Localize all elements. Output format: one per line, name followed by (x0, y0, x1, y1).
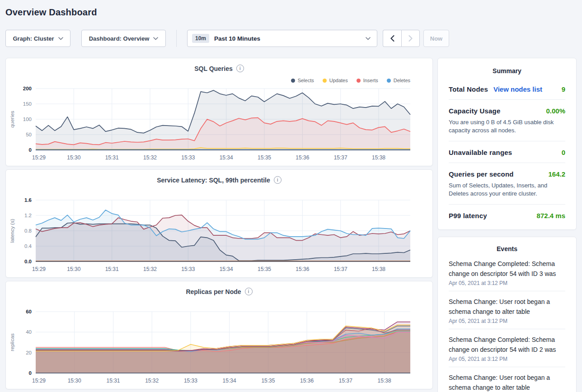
sidebar: Summary Total NodesView nodes list9Capac… (437, 58, 577, 392)
svg-text:15:31: 15:31 (105, 154, 119, 161)
event-item[interactable]: Schema Change: User root began a schema … (449, 291, 565, 329)
legend-label: Selects (298, 78, 314, 83)
svg-text:replicas: replicas (9, 333, 15, 351)
summary-row-value: 164.2 (548, 170, 565, 178)
time-next-button[interactable] (401, 30, 420, 47)
charts-column: SQL QueriesiSelectsUpdatesInsertsDeletes… (5, 58, 433, 389)
legend-dot (387, 79, 391, 83)
svg-text:15:38: 15:38 (372, 266, 385, 272)
chart-title: Service Latency: SQL, 99th percentile (157, 177, 270, 184)
svg-text:15:32: 15:32 (143, 266, 157, 272)
summary-row-label: Unavailable ranges (449, 149, 512, 156)
legend-spacer (6, 296, 432, 308)
info-icon[interactable]: i (236, 65, 244, 72)
toolbar: Graph: Cluster Dashboard: Overview 10m P… (5, 30, 577, 47)
svg-text:15:38: 15:38 (372, 154, 385, 161)
legend-label: Deletes (394, 78, 410, 83)
svg-text:15:30: 15:30 (67, 154, 80, 161)
legend-label: Inserts (363, 78, 378, 83)
legend-item-inserts: Inserts (357, 78, 378, 83)
summary-row-label: Total Nodes (449, 85, 488, 93)
view-nodes-list-link[interactable]: View nodes list (493, 85, 542, 93)
svg-text:15:37: 15:37 (334, 266, 347, 272)
svg-text:15:37: 15:37 (334, 154, 347, 161)
now-button[interactable]: Now (423, 30, 449, 47)
svg-text:15:36: 15:36 (296, 154, 309, 161)
info-icon[interactable]: i (245, 288, 253, 295)
summary-row-capacity-usage: Capacity Usage0.00%You are using 0 B of … (449, 100, 565, 141)
svg-text:15:29: 15:29 (32, 266, 46, 272)
legend-dot (323, 79, 327, 83)
legend-dot (291, 79, 295, 83)
events-list: Schema Change Completed: Schema change o… (449, 253, 565, 392)
time-range-dropdown[interactable]: 10m Past 10 Minutes (187, 30, 377, 47)
event-timestamp: Apr 05, 2021 at 3:12 PM (449, 318, 565, 324)
chart-card-service-latency-sql-99th-percentile: Service Latency: SQL, 99th percentilei0.… (5, 169, 433, 278)
summary-row-value: 872.4 ms (537, 212, 565, 219)
time-prev-button[interactable] (383, 30, 401, 47)
summary-row-top: Unavailable ranges0 (449, 149, 565, 156)
event-item[interactable]: Schema Change Completed: Schema change o… (449, 329, 565, 367)
event-text: Schema Change: User root began a schema … (449, 297, 565, 317)
summary-title: Summary (449, 67, 565, 75)
svg-text:15:35: 15:35 (261, 378, 275, 384)
main-content: SQL QueriesiSelectsUpdatesInsertsDeletes… (5, 58, 577, 392)
chevron-left-icon (390, 35, 394, 42)
svg-text:15:31: 15:31 (105, 266, 119, 272)
summary-row-value: 0 (562, 149, 565, 156)
event-timestamp: Apr 05, 2021 at 3:12 PM (449, 280, 565, 286)
chevron-down-icon (153, 37, 158, 40)
svg-text:200: 200 (23, 86, 32, 91)
event-item[interactable]: Schema Change: User root began a schema … (449, 367, 565, 392)
summary-row-p99-latency: P99 latency872.4 ms (449, 205, 565, 226)
svg-text:20: 20 (26, 350, 32, 355)
event-timestamp: Apr 05, 2021 at 3:12 PM (449, 356, 565, 362)
event-text: Schema Change: User root began a schema … (449, 373, 565, 392)
svg-text:0: 0 (29, 370, 32, 376)
svg-text:15:35: 15:35 (258, 154, 271, 161)
summary-row-top: Queries per second164.2 (449, 170, 565, 178)
svg-text:0: 0 (29, 147, 32, 153)
dashboard-selector-label: Dashboard: Overview (89, 35, 150, 42)
chart-header: SQL Queriesi (6, 64, 432, 73)
legend-dot (357, 79, 361, 83)
svg-text:0.0: 0.0 (24, 259, 32, 264)
chart-canvas[interactable]: 0.00.40.81.21.615:2915:3015:3115:3215:33… (6, 196, 432, 275)
svg-text:15:33: 15:33 (184, 378, 197, 384)
svg-text:0.8: 0.8 (24, 228, 32, 233)
legend-item-deletes: Deletes (387, 78, 410, 83)
time-step-buttons (383, 30, 420, 47)
summary-row-top: Capacity Usage0.00% (449, 107, 565, 115)
event-item[interactable]: Schema Change Completed: Schema change o… (449, 253, 565, 291)
summary-row-label: Capacity Usage (449, 107, 501, 115)
legend-spacer (6, 185, 432, 196)
svg-text:15:37: 15:37 (339, 378, 352, 384)
event-text: Schema Change Completed: Schema change o… (449, 335, 565, 355)
chevron-down-icon (58, 37, 63, 40)
events-panel: Events Schema Change Completed: Schema c… (437, 237, 577, 392)
chart-canvas[interactable]: 020406015:2915:3015:3115:3215:3315:3415:… (6, 308, 432, 387)
events-title: Events (449, 245, 565, 252)
svg-text:15:34: 15:34 (223, 378, 236, 384)
dashboard-selector-dropdown[interactable]: Dashboard: Overview (81, 30, 166, 47)
chart-header: Replicas per Nodei (6, 287, 432, 296)
legend-item-updates: Updates (323, 78, 348, 83)
chart-title: SQL Queries (194, 65, 233, 72)
svg-text:latency (s): latency (s) (9, 219, 15, 243)
chevron-down-icon (366, 37, 371, 40)
time-range-badge: 10m (192, 34, 209, 43)
svg-text:1.2: 1.2 (24, 213, 32, 218)
overview-dashboard-page: Overview Dashboard Graph: Cluster Dashbo… (0, 0, 582, 392)
graph-selector-dropdown[interactable]: Graph: Cluster (5, 30, 70, 47)
svg-text:15:31: 15:31 (106, 378, 120, 384)
svg-text:queries: queries (9, 111, 15, 128)
svg-text:15:33: 15:33 (181, 154, 195, 161)
summary-row-description: Sum of Selects, Updates, Inserts, and De… (449, 182, 565, 198)
chart-card-replicas-per-node: Replicas per Nodei020406015:2915:3015:31… (5, 281, 433, 389)
svg-text:60: 60 (26, 309, 32, 314)
svg-text:0.4: 0.4 (24, 243, 32, 249)
info-icon[interactable]: i (274, 176, 282, 184)
chart-canvas[interactable]: 05010015020015:2915:3015:3115:3215:3315:… (6, 85, 432, 163)
svg-text:15:34: 15:34 (220, 154, 233, 161)
summary-row-label: Queries per second (449, 170, 514, 178)
